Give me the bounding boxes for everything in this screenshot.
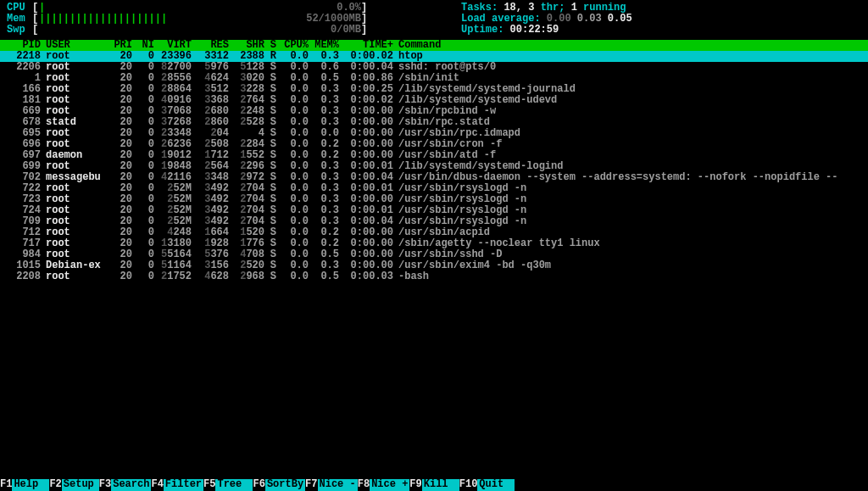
process-list[interactable]: 2218root2002339633122388R0.00.30:00.02ht…: [0, 51, 868, 282]
swp-meter: Swp [ 0/0MB ]: [7, 25, 368, 36]
mem-meter: Mem [ ||||||||||||||||||||| 52/1000MB ]: [7, 14, 368, 25]
cpu-bar: |: [39, 3, 306, 14]
swp-bar: [39, 25, 306, 36]
tasks-suffix: thr;: [541, 2, 571, 14]
cell-pri: 20: [107, 271, 132, 282]
mem-bar: |||||||||||||||||||||: [39, 14, 306, 25]
meters: CPU [ | 0.0% ] Mem [ |||||||||||||||||||…: [7, 3, 368, 36]
cell-cmd: /usr/sbin/rsyslogd -n: [393, 205, 866, 216]
fkey-f10[interactable]: F10Quit: [459, 479, 515, 491]
cell-cpu: 0.0: [276, 271, 309, 282]
process-row[interactable]: 2208root2002175246282968S0.00.50:00.03-b…: [0, 271, 868, 282]
cell-user: root: [41, 271, 107, 282]
fkey-label: Nice -: [318, 479, 358, 491]
uptime-label: Uptime:: [461, 24, 510, 36]
cell-time: 0:00.03: [339, 271, 393, 282]
load-1: 0.00: [547, 13, 571, 25]
tasks-value: 18, 3: [504, 2, 534, 14]
fkey-f4[interactable]: F4Filter: [151, 479, 203, 491]
running-value: 1: [571, 2, 577, 14]
cell-cmd: /lib/systemd/systemd-logind: [393, 161, 866, 172]
fkey-f5[interactable]: F5Tree: [203, 479, 253, 491]
cell-s: S: [264, 271, 276, 282]
cell-mem: 0.5: [309, 271, 339, 282]
fkey-label: SortBy: [265, 479, 305, 491]
cell-cmd: /sbin/init: [393, 73, 866, 84]
cell-cmd: -bash: [393, 271, 866, 282]
fkey-label: Kill: [422, 479, 459, 491]
load-2: 0.03: [577, 13, 602, 25]
fkey-f1[interactable]: F1Help: [0, 479, 49, 491]
cell-cmd: /sbin/rpc.statd: [393, 117, 866, 128]
cell-cmd: /usr/sbin/rsyslogd -n: [393, 216, 866, 227]
fkey-f8[interactable]: F8Nice +: [358, 479, 410, 491]
fkey-label: Nice +: [370, 479, 409, 491]
uptime-line: Uptime: 00:22:59: [461, 25, 632, 36]
stats: Tasks: 18, 3 thr; 1 running Load average…: [368, 3, 632, 36]
cell-cmd: /usr/sbin/rsyslogd -n: [393, 194, 866, 205]
fkey-f3[interactable]: F3Search: [99, 479, 152, 491]
cell-cmd: /usr/sbin/cron -f: [393, 139, 866, 150]
cell-cmd: /usr/sbin/atd -f: [393, 150, 866, 161]
fkey-f7[interactable]: F7Nice -: [305, 479, 358, 491]
cell-cmd: sshd: root@pts/0: [393, 62, 866, 73]
cell-cmd: htop: [393, 51, 866, 62]
cell-pid: 2208: [7, 271, 41, 282]
running-suffix: running: [583, 2, 626, 14]
fkey-key: F2: [49, 479, 61, 491]
fkey-label: Tree: [215, 479, 253, 491]
fkey-label: Search: [111, 479, 151, 491]
cell-shr: 2968: [229, 271, 264, 282]
fkey-f9[interactable]: F9Kill: [409, 479, 459, 491]
cell-cmd: /lib/systemd/systemd-journald: [393, 84, 866, 95]
cell-cmd: /sbin/rpcbind -w: [393, 106, 866, 117]
bracket-close: ]: [361, 25, 368, 36]
fkey-key: F10: [459, 479, 478, 491]
bracket-open: [: [32, 25, 39, 36]
cell-res: 4628: [192, 271, 229, 282]
hdr-cmd[interactable]: Command: [393, 40, 866, 51]
fkey-key: F8: [358, 479, 370, 491]
swp-label: Swp: [7, 25, 32, 36]
fkey-key: F1: [0, 479, 12, 491]
cell-cmd: /usr/sbin/sshd -D: [393, 249, 866, 260]
fkey-key: F6: [253, 479, 264, 491]
cell-cmd: /usr/sbin/acpid: [393, 227, 866, 238]
fkey-key: F5: [203, 479, 215, 491]
cell-cmd: /usr/bin/dbus-daemon --system --address=…: [393, 172, 866, 183]
fkey-key: F7: [305, 479, 317, 491]
fkey-label: Setup: [62, 479, 99, 491]
fkey-f2[interactable]: F2Setup: [49, 479, 98, 491]
swp-value: 0/0MB: [306, 25, 361, 36]
cell-cmd: /usr/sbin/rpc.idmapd: [393, 128, 866, 139]
fkey-label: Quit: [477, 479, 515, 491]
htop-header: CPU [ | 0.0% ] Mem [ |||||||||||||||||||…: [0, 0, 868, 40]
cell-cmd: /sbin/agetty --noclear tty1 linux: [393, 238, 866, 249]
tasks-label: Tasks:: [461, 2, 504, 14]
cell-virt: 21752: [154, 271, 192, 282]
fkey-key: F9: [409, 479, 421, 491]
uptime-value: 00:22:59: [510, 24, 559, 36]
fkey-f6[interactable]: F6SortBy: [253, 479, 305, 491]
load-3: 0.05: [608, 13, 632, 25]
load-label: Load average:: [461, 13, 547, 25]
cell-cmd: /usr/sbin/rsyslogd -n: [393, 183, 866, 194]
function-key-bar: F1Help F2Setup F3SearchF4FilterF5Tree F6…: [0, 479, 868, 491]
fkey-label: Filter: [164, 479, 203, 491]
cell-cmd: /lib/systemd/systemd-udevd: [393, 95, 866, 106]
cell-ni: 0: [132, 271, 154, 282]
fkey-key: F4: [151, 479, 163, 491]
fkey-key: F3: [99, 479, 111, 491]
fkey-label: Help: [12, 479, 49, 491]
cell-cmd: /usr/sbin/exim4 -bd -q30m: [393, 260, 866, 271]
